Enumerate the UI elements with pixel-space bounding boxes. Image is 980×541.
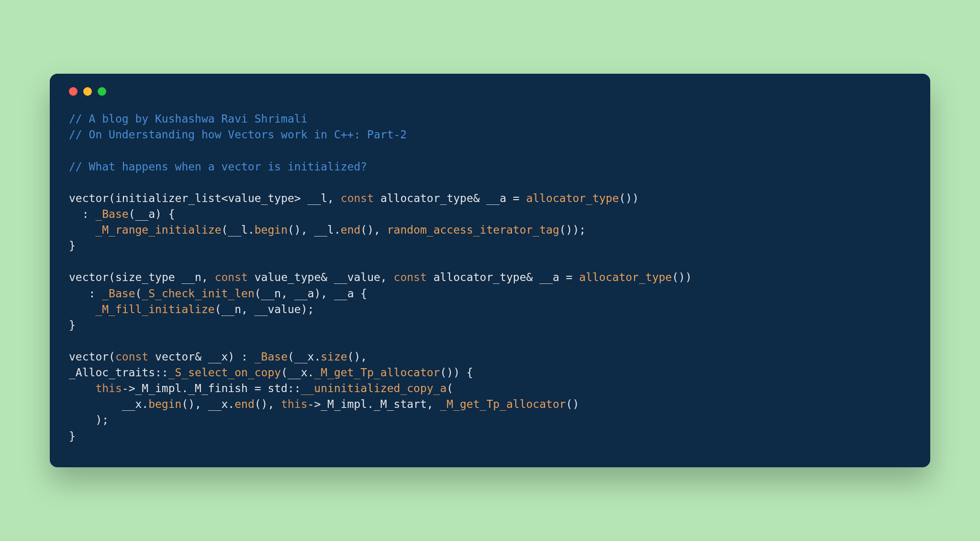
code-token: _M_impl._M_finish = std:: bbox=[135, 382, 301, 394]
code-token bbox=[69, 303, 95, 316]
code-token: (__x. bbox=[281, 366, 314, 379]
code-token bbox=[69, 382, 95, 394]
code-token: _Base bbox=[255, 350, 288, 363]
code-token: value_type bbox=[228, 192, 294, 204]
code-token: > bbox=[294, 192, 301, 204]
code-line: } bbox=[69, 428, 911, 444]
code-token: _M_fill_initialize bbox=[95, 303, 214, 316]
code-line: // A blog by Kushashwa Ravi Shrimali bbox=[69, 111, 911, 127]
code-token: (__n, __a), __a { bbox=[255, 287, 367, 300]
code-token: ( bbox=[446, 382, 453, 394]
code-token: _M_range_initialize bbox=[95, 224, 221, 236]
code-token: end bbox=[341, 224, 361, 236]
code-token: _M_impl._M_start, bbox=[321, 398, 440, 410]
code-line: } bbox=[69, 238, 911, 254]
code-token: // A blog by Kushashwa Ravi Shrimali bbox=[69, 113, 308, 125]
code-token: (), bbox=[255, 398, 281, 410]
code-line: vector(size_type __n, const value_type& … bbox=[69, 270, 911, 285]
code-token bbox=[69, 224, 95, 236]
code-token: -> bbox=[308, 398, 321, 410]
code-token: ( bbox=[109, 192, 115, 204]
code-window: // A blog by Kushashwa Ravi Shrimali// O… bbox=[50, 74, 930, 467]
code-token: __uninitialized_copy_a bbox=[301, 382, 447, 394]
code-token: (__x. bbox=[288, 350, 321, 363]
code-token: _Alloc_traits:: bbox=[69, 366, 168, 379]
code-token: } bbox=[69, 239, 76, 252]
code-line bbox=[69, 143, 911, 159]
code-token: allocator_type bbox=[579, 271, 672, 283]
code-token: allocator_type& __a = bbox=[374, 192, 526, 204]
code-token: size_type __n, bbox=[115, 271, 215, 283]
code-token: : bbox=[69, 208, 95, 220]
code-line: ); bbox=[69, 412, 911, 428]
code-token: ); bbox=[69, 414, 109, 426]
code-token: (__a) { bbox=[129, 208, 175, 220]
code-token: ()) bbox=[672, 271, 692, 283]
code-token: random_access_iterator_tag bbox=[387, 224, 559, 236]
code-token: _S_check_init_len bbox=[142, 287, 254, 300]
code-line: : _Base(_S_check_init_len(__n, __a), __a… bbox=[69, 286, 911, 302]
code-token: // On Understanding how Vectors work in … bbox=[69, 128, 407, 141]
code-token: } bbox=[69, 319, 76, 331]
code-token: (), bbox=[347, 350, 368, 363]
code-token: allocator_type& __a = bbox=[427, 271, 579, 283]
code-line: this->_M_impl._M_finish = std::__uniniti… bbox=[69, 381, 911, 396]
code-token: ( bbox=[109, 271, 115, 283]
code-token: _S_select_on_copy bbox=[168, 366, 281, 379]
code-token: () bbox=[566, 398, 579, 410]
code-token: vector bbox=[69, 271, 109, 283]
code-token: end bbox=[234, 398, 255, 410]
code-line: vector(initializer_list<value_type> __l,… bbox=[69, 191, 911, 206]
code-token: -> bbox=[122, 382, 135, 394]
code-token: __x. bbox=[69, 398, 148, 410]
code-token: _M_get_Tp_allocator bbox=[440, 398, 566, 410]
code-token: } bbox=[69, 430, 76, 442]
code-token: const bbox=[215, 271, 248, 283]
code-token: ()) bbox=[619, 192, 639, 204]
minimize-icon[interactable] bbox=[83, 87, 92, 96]
code-token: value_type& __value, bbox=[248, 271, 394, 283]
code-token: begin bbox=[148, 398, 181, 410]
code-token: (__n, __value); bbox=[215, 303, 314, 316]
code-token: this bbox=[95, 382, 122, 394]
code-line: vector(const vector& __x) : _Base(__x.si… bbox=[69, 349, 911, 365]
code-line: // On Understanding how Vectors work in … bbox=[69, 127, 911, 143]
code-line: } bbox=[69, 317, 911, 333]
code-token: ()); bbox=[559, 224, 586, 236]
code-token: (), __x. bbox=[181, 398, 234, 410]
code-token: const bbox=[394, 271, 427, 283]
code-line: _Alloc_traits::_S_select_on_copy(__x._M_… bbox=[69, 365, 911, 381]
code-line: __x.begin(), __x.end(), this->_M_impl._M… bbox=[69, 396, 911, 412]
code-block: // A blog by Kushashwa Ravi Shrimali// O… bbox=[69, 111, 911, 444]
code-token: vector bbox=[69, 192, 109, 204]
code-token: _M_get_Tp_allocator bbox=[314, 366, 440, 379]
code-line bbox=[69, 175, 911, 191]
code-token: __l, bbox=[301, 192, 341, 204]
code-token: const bbox=[341, 192, 374, 204]
code-token: vector& __x) : bbox=[148, 350, 255, 363]
close-icon[interactable] bbox=[69, 87, 78, 96]
code-token: (), bbox=[360, 224, 387, 236]
code-token: _Base bbox=[95, 208, 128, 220]
code-line: // What happens when a vector is initial… bbox=[69, 159, 911, 175]
code-line: _M_range_initialize(__l.begin(), __l.end… bbox=[69, 222, 911, 238]
code-token: < bbox=[222, 192, 228, 204]
code-token: allocator_type bbox=[526, 192, 619, 204]
code-token: size bbox=[321, 350, 347, 363]
code-token: (), __l. bbox=[288, 224, 341, 236]
code-line bbox=[69, 333, 911, 349]
code-line bbox=[69, 254, 911, 270]
code-token: // What happens when a vector is initial… bbox=[69, 160, 367, 173]
maximize-icon[interactable] bbox=[98, 87, 106, 96]
code-token: initializer_list bbox=[115, 192, 222, 204]
code-token: ()) { bbox=[440, 366, 473, 379]
code-token: vector bbox=[69, 350, 109, 363]
window-titlebar bbox=[69, 87, 911, 96]
code-token: : bbox=[69, 287, 102, 300]
code-token: this bbox=[281, 398, 307, 410]
code-line: : _Base(__a) { bbox=[69, 206, 911, 222]
code-token: ( bbox=[109, 350, 115, 363]
code-line: _M_fill_initialize(__n, __value); bbox=[69, 302, 911, 317]
code-token: (__l. bbox=[222, 224, 255, 236]
code-token: _Base bbox=[102, 287, 135, 300]
